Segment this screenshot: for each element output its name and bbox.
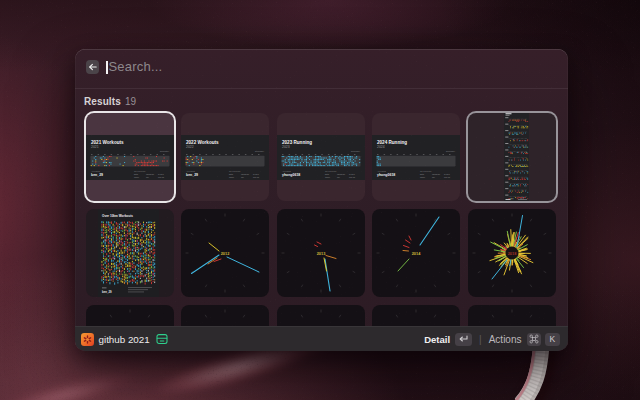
svg-text:2013: 2013 — [316, 251, 325, 256]
svg-text:2021: 2021 — [91, 145, 99, 149]
svg-text:2022: 2022 — [186, 145, 194, 149]
svg-text:ATHLETE: ATHLETE — [91, 170, 101, 172]
svg-text:2012: 2012 — [221, 251, 230, 256]
svg-text:ben_29: ben_29 — [186, 173, 198, 177]
svg-text:2024: 2024 — [377, 145, 385, 149]
svg-text:yhong0618: yhong0618 — [377, 173, 395, 177]
svg-text:2023: 2023 — [282, 145, 290, 149]
svg-text:Max 8.2: Max 8.2 — [349, 175, 355, 177]
svg-text:184: 184 — [241, 175, 244, 177]
svg-text:736.53 km: 736.53 km — [146, 173, 154, 175]
svg-text:736.53 km: 736.53 km — [337, 173, 345, 175]
svg-text:Max 8.2: Max 8.2 — [444, 175, 450, 177]
svg-text:184: 184 — [146, 175, 149, 177]
svg-text:84.13 h: 84.13 h — [349, 173, 355, 175]
svg-text:Dista: Dista — [325, 173, 329, 175]
svg-text:summary: summary — [255, 149, 265, 151]
svg-text:84.13 h: 84.13 h — [253, 173, 259, 175]
svg-text:summary: summary — [160, 149, 170, 151]
svg-text:Dista: Dista — [420, 173, 424, 175]
svg-text:ben_29: ben_29 — [91, 173, 103, 177]
svg-text:Worko: Worko — [420, 175, 425, 177]
svg-text:2014: 2014 — [412, 251, 421, 256]
svg-text:ben_29: ben_29 — [102, 290, 112, 294]
svg-text:Over 10km Workouts: Over 10km Workouts — [102, 214, 133, 218]
svg-text:ATHLETE: ATHLETE — [186, 170, 196, 172]
svg-text:736.53 km: 736.53 km — [241, 173, 249, 175]
svg-text:184: 184 — [337, 175, 340, 177]
svg-text:2018: 2018 — [507, 251, 516, 256]
svg-text:Dista: Dista — [134, 173, 138, 175]
svg-text:Worko: Worko — [325, 175, 330, 177]
svg-text:ATHLETE: ATHLETE — [282, 170, 292, 172]
svg-text:summary: summary — [351, 149, 361, 151]
svg-text:yhong0618: yhong0618 — [282, 173, 300, 177]
svg-text:736.53 km: 736.53 km — [432, 173, 440, 175]
svg-text:Max 8.2: Max 8.2 — [253, 175, 259, 177]
svg-text:84.13 h: 84.13 h — [444, 173, 450, 175]
svg-text:Worko: Worko — [134, 175, 139, 177]
svg-text:84.13 h: 84.13 h — [158, 173, 164, 175]
svg-text:184: 184 — [432, 175, 435, 177]
svg-text:ATHLETE: ATHLETE — [377, 170, 387, 172]
svg-text:Dista: Dista — [229, 173, 233, 175]
svg-text:summary: summary — [446, 149, 456, 151]
svg-text:Worko: Worko — [229, 175, 234, 177]
svg-text:Max 8.2: Max 8.2 — [158, 175, 164, 177]
